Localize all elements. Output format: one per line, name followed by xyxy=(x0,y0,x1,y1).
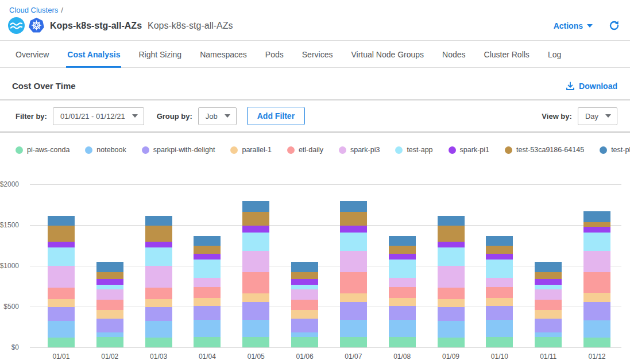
legend-item-test-53ca9186-64145[interactable]: test-53ca9186-64145 xyxy=(505,146,584,154)
legend-item-pi-aws-conda[interactable]: pi-aws-conda xyxy=(16,146,69,154)
bar-segment-test-app[interactable] xyxy=(438,247,465,266)
bar-segment-test-pkix[interactable] xyxy=(48,216,75,226)
bar-segment-parallel-1[interactable] xyxy=(535,310,562,318)
bar-segment-parallel-1[interactable] xyxy=(291,310,318,318)
bar-segment-test-app[interactable] xyxy=(96,285,123,289)
bar-segment-test-53ca9186-64145[interactable] xyxy=(242,212,269,226)
stacked-bar-01-11[interactable] xyxy=(535,184,562,347)
legend-item-test-pkix[interactable]: test-pkix xyxy=(600,146,630,154)
bar-segment-parallel-1[interactable] xyxy=(583,293,610,302)
bar-segment-etl-daily[interactable] xyxy=(340,272,367,294)
add-filter-button[interactable]: Add Filter xyxy=(247,107,305,125)
bar-segment-test-53ca9186-64145[interactable] xyxy=(535,272,562,280)
bar-segment-pi-aws-conda[interactable] xyxy=(48,338,75,347)
bar-segment-parallel-1[interactable] xyxy=(96,310,123,318)
bar-segment-test-pkix[interactable] xyxy=(194,236,221,246)
legend-item-spark-pi3[interactable]: spark-pi3 xyxy=(339,146,380,154)
stacked-bar-01-09[interactable] xyxy=(438,184,465,347)
tab-cluster-rolls[interactable]: Cluster Rolls xyxy=(483,41,531,68)
bar-segment-pi-aws-conda[interactable] xyxy=(145,338,172,347)
stacked-bar-01-08[interactable] xyxy=(389,184,416,347)
bar-segment-sparkpi-with-delight[interactable] xyxy=(583,302,610,320)
bar-segment-spark-pi1[interactable] xyxy=(242,226,269,233)
stacked-bar-01-04[interactable] xyxy=(194,184,221,347)
bar-segment-parallel-1[interactable] xyxy=(242,293,269,301)
bar-segment-pi-aws-conda[interactable] xyxy=(96,337,123,347)
bar-segment-test-53ca9186-64145[interactable] xyxy=(389,246,416,254)
bar-segment-spark-pi3[interactable] xyxy=(535,289,562,300)
bar-segment-test-pkix[interactable] xyxy=(486,236,513,246)
bar-segment-sparkpi-with-delight[interactable] xyxy=(242,302,269,320)
bar-segment-pi-aws-conda[interactable] xyxy=(535,337,562,347)
bar-segment-parallel-1[interactable] xyxy=(145,299,172,308)
group-by-select[interactable]: Job xyxy=(198,107,237,125)
bar-segment-test-pkix[interactable] xyxy=(535,262,562,272)
bar-segment-spark-pi3[interactable] xyxy=(340,251,367,272)
bar-segment-sparkpi-with-delight[interactable] xyxy=(486,306,513,320)
bar-segment-pi-aws-conda[interactable] xyxy=(291,337,318,347)
bar-segment-test-app[interactable] xyxy=(535,285,562,289)
bar-segment-test-pkix[interactable] xyxy=(583,211,610,222)
bar-segment-sparkpi-with-delight[interactable] xyxy=(389,306,416,320)
bar-segment-notebook[interactable] xyxy=(48,321,75,338)
bar-segment-test-pkix[interactable] xyxy=(438,216,465,226)
legend-item-notebook[interactable]: notebook xyxy=(85,146,126,154)
bar-segment-notebook[interactable] xyxy=(535,332,562,336)
bar-segment-notebook[interactable] xyxy=(583,320,610,338)
tab-right-sizing[interactable]: Right Sizing xyxy=(137,41,183,68)
legend-item-etl-daily[interactable]: etl-daily xyxy=(287,146,323,154)
stacked-bar-01-05[interactable] xyxy=(242,184,269,347)
bar-segment-parallel-1[interactable] xyxy=(340,293,367,301)
bar-segment-etl-daily[interactable] xyxy=(486,287,513,298)
bar-segment-spark-pi1[interactable] xyxy=(583,227,610,233)
bar-segment-spark-pi1[interactable] xyxy=(48,242,75,247)
bar-segment-spark-pi3[interactable] xyxy=(96,289,123,300)
bar-segment-spark-pi1[interactable] xyxy=(340,226,367,233)
bar-segment-test-53ca9186-64145[interactable] xyxy=(583,222,610,227)
bar-segment-spark-pi1[interactable] xyxy=(438,242,465,247)
bar-segment-test-app[interactable] xyxy=(291,285,318,289)
bar-segment-pi-aws-conda[interactable] xyxy=(194,337,221,347)
tab-cost-analysis[interactable]: Cost Analysis xyxy=(66,41,121,68)
bar-segment-sparkpi-with-delight[interactable] xyxy=(96,319,123,333)
bar-segment-sparkpi-with-delight[interactable] xyxy=(291,319,318,333)
bar-segment-notebook[interactable] xyxy=(438,321,465,338)
bar-segment-spark-pi3[interactable] xyxy=(438,266,465,288)
bar-segment-notebook[interactable] xyxy=(96,332,123,336)
bar-segment-sparkpi-with-delight[interactable] xyxy=(340,302,367,320)
tab-overview[interactable]: Overview xyxy=(14,41,50,68)
bar-segment-spark-pi3[interactable] xyxy=(486,278,513,287)
bar-segment-test-app[interactable] xyxy=(486,260,513,277)
bar-segment-spark-pi1[interactable] xyxy=(194,254,221,260)
bar-segment-notebook[interactable] xyxy=(145,321,172,338)
bar-segment-pi-aws-conda[interactable] xyxy=(242,337,269,347)
bar-segment-sparkpi-with-delight[interactable] xyxy=(145,307,172,320)
bar-segment-notebook[interactable] xyxy=(389,320,416,336)
tab-log[interactable]: Log xyxy=(547,41,562,68)
bar-segment-spark-pi1[interactable] xyxy=(486,254,513,260)
bar-segment-notebook[interactable] xyxy=(242,320,269,336)
bar-segment-notebook[interactable] xyxy=(340,320,367,336)
bar-segment-parallel-1[interactable] xyxy=(486,298,513,306)
tab-nodes[interactable]: Nodes xyxy=(441,41,466,68)
bar-segment-spark-pi3[interactable] xyxy=(583,251,610,272)
bar-segment-parallel-1[interactable] xyxy=(48,299,75,308)
bar-segment-test-app[interactable] xyxy=(194,260,221,277)
bar-segment-test-pkix[interactable] xyxy=(340,201,367,212)
bar-segment-test-53ca9186-64145[interactable] xyxy=(96,272,123,280)
bar-segment-test-53ca9186-64145[interactable] xyxy=(340,212,367,226)
legend-item-parallel-1[interactable]: parallel-1 xyxy=(230,146,271,154)
bar-segment-etl-daily[interactable] xyxy=(194,287,221,298)
bar-segment-test-53ca9186-64145[interactable] xyxy=(48,226,75,242)
bar-segment-etl-daily[interactable] xyxy=(535,300,562,310)
bar-segment-etl-daily[interactable] xyxy=(48,288,75,299)
bar-segment-pi-aws-conda[interactable] xyxy=(583,338,610,347)
stacked-bar-01-06[interactable] xyxy=(291,184,318,347)
bar-segment-parallel-1[interactable] xyxy=(438,299,465,308)
bar-segment-test-53ca9186-64145[interactable] xyxy=(438,226,465,242)
bar-segment-test-53ca9186-64145[interactable] xyxy=(194,246,221,254)
bar-segment-etl-daily[interactable] xyxy=(291,300,318,310)
bar-segment-test-53ca9186-64145[interactable] xyxy=(291,272,318,280)
bar-segment-test-app[interactable] xyxy=(583,233,610,251)
date-range-select[interactable]: 01/01/21 - 01/12/21 xyxy=(53,107,144,125)
